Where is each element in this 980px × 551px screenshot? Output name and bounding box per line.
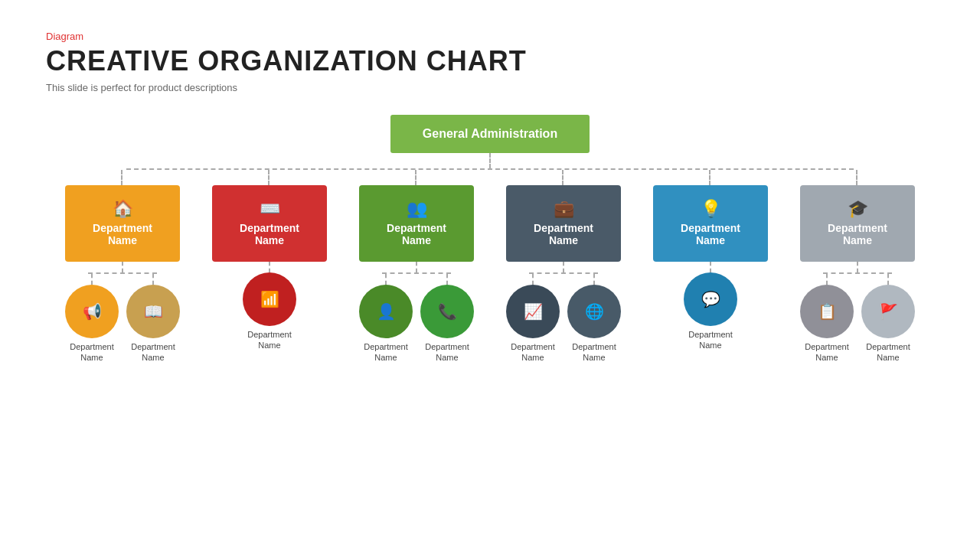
graduation-icon: 🎓 [848,201,868,217]
sub1b-label: DepartmentName [131,341,175,364]
sub4b-circle: 🌐 [567,285,621,338]
slide: Diagram CREATIVE ORGANIZATION CHART This… [0,0,980,551]
sub4a-col: 📈 DepartmentName [506,274,560,364]
sub4a-circle: 📈 [506,285,560,338]
dept-box-2: ⌨️ DepartmentName [212,185,327,262]
sub1a-label: DepartmentName [70,341,113,364]
sub2a-col: 📶 DepartmentName [243,272,296,351]
dept1-h-split [88,272,157,274]
dept3-subs: 👤 DepartmentName 📞 DepartmentName [359,274,474,364]
dept-col-3: 👥 DepartmentName 👤 DepartmentName 📞 [355,170,478,364]
sub1b-circle: 📖 [126,285,180,338]
dept-col-4: 💼 DepartmentName 📈 DepartmentName 🌐 [502,170,625,364]
dept-label-2: DepartmentName [240,222,299,246]
root-connector-down [489,153,491,168]
diagram-label: Diagram [46,31,934,42]
home-icon: 🏠 [113,201,133,217]
sub5a-label: DepartmentName [688,329,732,351]
main-title: CREATIVE ORGANIZATION CHART [46,45,934,77]
dept6-h-split [823,272,892,274]
dept-box-4: 💼 DepartmentName [506,185,621,262]
sub1a-circle: 📢 [65,285,119,338]
dept-label-3: DepartmentName [387,222,446,246]
keyboard-icon: ⌨️ [260,201,280,217]
sub3b-conn [446,274,448,285]
people-icon: 👥 [407,201,427,217]
briefcase-icon: 💼 [554,201,574,217]
dept-col-2: ⌨️ DepartmentName 📶 DepartmentName [208,170,331,364]
sub5a-col: 💬 DepartmentName [684,272,737,351]
sub3a-circle: 👤 [359,285,413,338]
sub6a-conn [826,274,828,285]
dept-col-6: 🎓 DepartmentName 📋 DepartmentName 🚩 [796,170,919,364]
sub6b-conn [887,274,889,285]
sub6a-label: DepartmentName [805,341,848,364]
subtitle: This slide is perfect for product descri… [46,82,934,93]
dept1-subs: 📢 DepartmentName 📖 DepartmentName [65,274,180,364]
dept-box-5: 💡 DepartmentName [653,185,768,262]
sub1a-conn [91,274,93,285]
dept6-conn-down [857,262,858,272]
dept-box-3: 👥 DepartmentName [359,185,474,262]
sub4b-col: 🌐 DepartmentName [567,274,621,364]
dept-label-5: DepartmentName [681,222,740,246]
dept3-h-split [382,272,451,274]
dept-box-1: 🏠 DepartmentName [65,185,180,262]
dept3-conn-down [416,262,417,272]
dept4-conn-down [563,262,564,272]
sub5a-circle: 💬 [684,272,737,326]
dept5-subs: 💬 DepartmentName [684,272,737,351]
dept-col-1: 🏠 DepartmentName 📢 DepartmentName [61,170,184,364]
dept-box-6: 🎓 DepartmentName [800,185,915,262]
dept-col-5: 💡 DepartmentName 💬 DepartmentName [649,170,772,364]
dept4-h-split [529,272,598,274]
sub4b-label: DepartmentName [572,341,616,364]
sub6a-col: 📋 DepartmentName [800,274,854,364]
sub1b-col: 📖 DepartmentName [126,274,180,364]
sub4a-label: DepartmentName [511,341,554,364]
dept2-subs: 📶 DepartmentName [243,272,296,351]
sub3a-label: DepartmentName [364,341,407,364]
sub3b-circle: 📞 [420,285,474,338]
sub3b-label: DepartmentName [425,341,469,364]
dept1-conn-down [122,262,123,272]
sub6b-label: DepartmentName [866,341,910,364]
sub6a-circle: 📋 [800,285,854,338]
sub6b-circle: 🚩 [861,285,915,338]
dept4-subs: 📈 DepartmentName 🌐 DepartmentName [506,274,621,364]
sub4b-conn [593,274,595,285]
dept6-subs: 📋 DepartmentName 🚩 DepartmentName [800,274,915,364]
dept-label-1: DepartmentName [93,222,152,246]
sub3a-col: 👤 DepartmentName [359,274,413,364]
sub2a-label: DepartmentName [247,329,291,351]
sub6b-col: 🚩 DepartmentName [861,274,915,364]
root-node: General Administration [390,115,590,153]
dept2-conn-down [269,262,270,272]
sub4a-conn [532,274,534,285]
dept-label-6: DepartmentName [828,222,887,246]
sub3b-col: 📞 DepartmentName [420,274,474,364]
lightbulb-icon: 💡 [701,201,721,217]
dept5-conn-down [710,262,711,272]
sub2a-circle: 📶 [243,272,296,326]
dept-label-4: DepartmentName [534,222,593,246]
org-chart: General Administration 🏠 DepartmentName [46,115,934,364]
sub1a-col: 📢 DepartmentName [65,274,119,364]
sub3a-conn [385,274,387,285]
departments-row: 🏠 DepartmentName 📢 DepartmentName [61,170,919,364]
sub1b-conn [152,274,154,285]
